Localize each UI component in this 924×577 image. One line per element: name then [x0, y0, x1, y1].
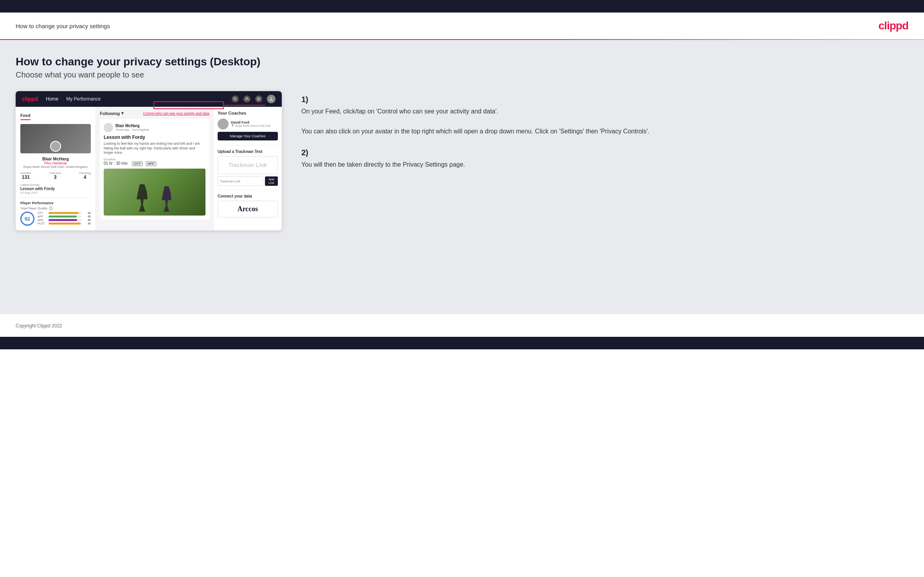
tpq-bar-putt: PUTT 96	[38, 222, 91, 225]
coach-club: 📍 Royal North Devon Golf Club	[231, 124, 270, 128]
app-mockup: clippd Home My Performance	[16, 91, 282, 230]
control-privacy-link[interactable]: Control who can see your activity and da…	[143, 111, 209, 115]
profile-handicap: Plus Handicap	[20, 161, 91, 165]
chevron-down-icon: ▾	[121, 111, 124, 116]
stat-following: Following 4	[79, 172, 91, 180]
golfer-silhouette-2	[160, 186, 173, 212]
trackman-box: Trackman Link	[218, 156, 278, 174]
player-perf-title: Player Performance	[20, 201, 91, 205]
activity-user-loc: Yesterday · Sunningdale	[115, 128, 149, 131]
instruction-2: 2) You will then be taken directly to th…	[301, 148, 901, 170]
middle-panel: Following ▾ Control who can see your act…	[96, 107, 213, 230]
tag-app: APP	[146, 161, 157, 166]
latest-activity-name: Lesson with Fordy	[20, 187, 91, 191]
main-content: How to change your privacy settings (Des…	[0, 40, 924, 314]
instruction-1: 1) On your Feed, click/tap on 'Control w…	[301, 95, 901, 137]
app-nav-logo: clippd	[22, 96, 38, 102]
tpq-bar-app: APP 85	[38, 215, 91, 218]
page-subtitle: Choose what you want people to see	[16, 70, 908, 79]
duration-label: Duration	[104, 158, 205, 161]
instruction-1-number: 1)	[301, 95, 901, 104]
profile-name: Blair McHarg	[20, 156, 91, 161]
left-panel: Feed Blair McHarg Plus Handicap Royal No…	[16, 107, 96, 230]
instruction-1-text: On your Feed, click/tap on 'Control who …	[301, 106, 901, 137]
tpq-content: 92 OTT 90 APP	[20, 212, 91, 226]
tpq-bar-arg: ARG 86	[38, 219, 91, 221]
instructions-panel: 1) On your Feed, click/tap on 'Control w…	[294, 91, 908, 185]
latest-activity-label: Latest Activity	[20, 183, 91, 187]
globe-icon[interactable]	[255, 95, 262, 102]
tpq-bar-ott: OTT 90	[38, 212, 91, 214]
header: How to change your privacy settings clip…	[0, 13, 924, 39]
activity-user-avatar	[104, 123, 113, 132]
activity-image	[104, 169, 205, 216]
manage-coaches-button[interactable]: Manage Your Coaches	[218, 132, 278, 140]
user-avatar-nav[interactable]	[267, 95, 276, 103]
stat-activities: Activities 131	[20, 172, 31, 180]
search-icon[interactable]	[232, 95, 239, 102]
following-button[interactable]: Following ▾	[100, 111, 124, 116]
instruction-2-number: 2)	[301, 148, 901, 157]
profile-club: Royal North Devon Golf Club, United King…	[20, 165, 91, 169]
footer: Copyright Clippd 2022	[0, 314, 924, 337]
arccos-box: Arccos	[218, 201, 278, 217]
tpq-info-icon: i	[49, 207, 52, 210]
golfer-silhouette-1	[134, 184, 150, 212]
add-link-button[interactable]: Add Link	[265, 176, 278, 186]
feed-tab[interactable]: Feed	[20, 113, 31, 120]
coach-avatar	[218, 119, 229, 129]
app-body: Feed Blair McHarg Plus Handicap Royal No…	[16, 107, 282, 230]
copyright-text: Copyright Clippd 2022	[16, 323, 62, 329]
trackman-section: Upload a Trackman Test Trackman Link Add…	[218, 145, 278, 186]
tag-ott: OTT	[132, 161, 143, 166]
nav-link-performance[interactable]: My Performance	[66, 96, 101, 102]
profile-image-area	[20, 124, 91, 153]
tpq-label: Total Player Quality i	[20, 207, 91, 210]
instruction-2-text: You will then be taken directly to the P…	[301, 160, 901, 170]
right-panel: Your Coaches David Ford 📍 Royal North De…	[213, 107, 282, 230]
activity-desc: Looking to feel like my hands are exitin…	[104, 142, 205, 155]
stat-followers: Followers 3	[49, 172, 61, 180]
player-perf-section: Player Performance Total Player Quality …	[20, 198, 91, 226]
app-nav: clippd Home My Performance	[16, 91, 282, 107]
activity-card: Blair McHarg Yesterday · Sunningdale Les…	[100, 119, 209, 219]
activity-user-name: Blair McHarg	[115, 124, 149, 128]
coach-row: David Ford 📍 Royal North Devon Golf Club	[218, 119, 278, 129]
bottom-bar	[0, 337, 924, 349]
svg-line-1	[236, 99, 236, 100]
trackman-placeholder: Trackman Link	[221, 162, 274, 168]
page-title: How to change your privacy settings (Des…	[16, 56, 908, 68]
arccos-name: Arccos	[222, 205, 274, 213]
location-icon: 📍	[231, 124, 234, 127]
demo-area: clippd Home My Performance	[16, 91, 908, 230]
trackman-input[interactable]	[218, 176, 263, 186]
person-icon[interactable]	[243, 95, 250, 102]
trackman-title: Upload a Trackman Test	[218, 149, 278, 154]
stats-row: Activities 131 Followers 3 Following 4	[20, 172, 91, 180]
page-breadcrumb: How to change your privacy settings	[16, 23, 110, 29]
clippd-logo: clippd	[879, 20, 908, 32]
profile-avatar	[50, 141, 61, 152]
tpq-score: 92	[20, 212, 34, 226]
activity-user-row: Blair McHarg Yesterday · Sunningdale	[104, 123, 205, 132]
svg-point-0	[234, 97, 236, 100]
coaches-title: Your Coaches	[218, 111, 278, 115]
coach-name: David Ford	[231, 120, 270, 124]
trackman-input-row: Add Link	[218, 176, 278, 186]
connect-title: Connect your data	[218, 194, 278, 198]
nav-link-home[interactable]: Home	[46, 96, 58, 102]
following-header: Following ▾ Control who can see your act…	[100, 111, 209, 116]
connect-section: Connect your data Arccos	[218, 190, 278, 217]
activity-title: Lesson with Fordy	[104, 135, 205, 140]
coaches-section: Your Coaches David Ford 📍 Royal North De…	[218, 111, 278, 140]
app-nav-icons	[232, 95, 276, 103]
tpq-bars: OTT 90 APP	[38, 212, 91, 226]
svg-point-4	[270, 97, 272, 99]
top-bar	[0, 0, 924, 13]
latest-activity-date: 03 Aug 2022	[20, 191, 91, 194]
duration-val: 01 hr : 30 min OTT APP	[104, 161, 205, 165]
